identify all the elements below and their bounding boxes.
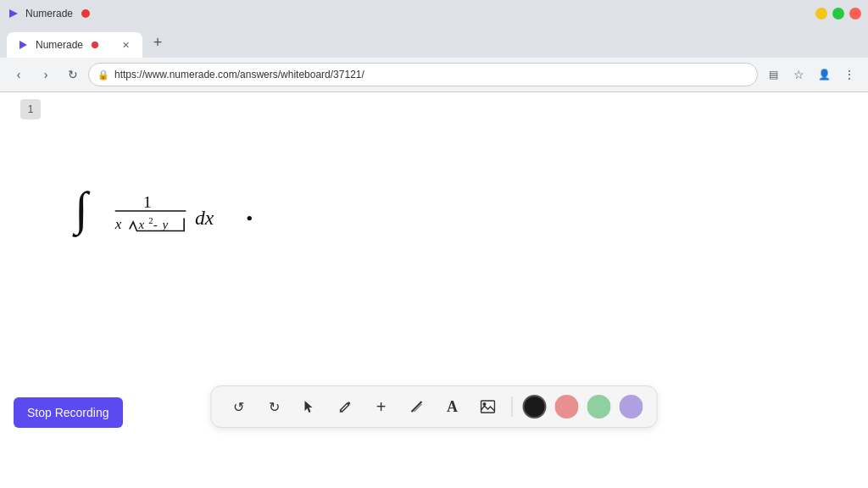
app-icon: [7, 7, 20, 20]
address-bar[interactable]: 🔒 https://www.numerade.com/answers/white…: [88, 63, 758, 86]
image-button[interactable]: [475, 393, 502, 420]
eraser-button[interactable]: [403, 393, 431, 420]
close-button[interactable]: [849, 8, 861, 19]
tab-bar: Numerade ✕ +: [0, 27, 868, 58]
svg-text:y: y: [160, 218, 168, 231]
main-content: 1 ∫ 1 x x 2 - y: [0, 92, 868, 488]
active-tab[interactable]: Numerade ✕: [7, 32, 142, 58]
eraser-icon: [410, 400, 424, 413]
cursor-tool-button[interactable]: [297, 393, 324, 420]
tab-close-button[interactable]: ✕: [119, 38, 132, 52]
recording-dot: [81, 9, 90, 18]
restore-button[interactable]: [832, 8, 844, 19]
svg-text:x: x: [114, 216, 122, 232]
math-formula: ∫ 1 x x 2 - y dx: [68, 160, 322, 264]
profile-button[interactable]: 👤: [812, 63, 836, 86]
cursor-icon: [303, 400, 317, 413]
image-icon: [481, 400, 496, 413]
svg-line-13: [412, 402, 422, 412]
undo-button[interactable]: ↺: [225, 393, 253, 420]
title-bar: Numerade: [0, 0, 868, 27]
tab-title-text: Numerade: [25, 8, 73, 19]
new-tab-button[interactable]: +: [146, 30, 170, 54]
color-pink-button[interactable]: [555, 395, 579, 419]
bookmark-button[interactable]: ☆: [787, 63, 810, 86]
formula-svg: ∫ 1 x x 2 - y dx: [68, 160, 322, 262]
svg-marker-1: [19, 41, 27, 49]
forward-button[interactable]: ›: [34, 63, 58, 86]
color-purple-button[interactable]: [620, 395, 643, 419]
minimize-button[interactable]: [815, 8, 827, 19]
pen-tool-button[interactable]: [332, 393, 359, 420]
text-tool-button[interactable]: A: [439, 393, 466, 420]
color-green-button[interactable]: [587, 395, 611, 419]
svg-point-11: [248, 216, 252, 220]
stop-recording-button[interactable]: Stop Recording: [14, 397, 123, 428]
extensions-button[interactable]: ▤: [761, 63, 785, 86]
browser-chrome: Numerade Numerade ✕ + ‹ › ↻: [0, 0, 868, 92]
redo-button[interactable]: ↻: [261, 393, 288, 420]
svg-text:-: -: [153, 218, 158, 231]
tab-favicon: [17, 38, 31, 52]
refresh-button[interactable]: ↻: [61, 63, 85, 86]
svg-text:1: 1: [143, 193, 152, 211]
whiteboard-canvas[interactable]: ∫ 1 x x 2 - y dx: [0, 92, 868, 488]
color-black-button[interactable]: [523, 395, 547, 419]
url-text: https://www.numerade.com/answers/whitebo…: [114, 69, 364, 80]
svg-text:∫: ∫: [72, 182, 91, 237]
svg-text:dx: dx: [195, 207, 214, 229]
nav-bar: ‹ › ↻ 🔒 https://www.numerade.com/answers…: [0, 58, 868, 92]
pen-icon: [339, 400, 353, 413]
back-button[interactable]: ‹: [7, 63, 31, 86]
toolbar: ↺ ↻ + A: [211, 385, 658, 428]
lock-icon: 🔒: [97, 69, 109, 80]
add-button[interactable]: +: [368, 393, 395, 420]
toolbar-divider: [512, 396, 513, 417]
svg-marker-0: [9, 9, 18, 18]
tab-label: Numerade: [36, 39, 83, 51]
nav-right-buttons: ▤ ☆ 👤 ⋮: [761, 63, 861, 86]
menu-button[interactable]: ⋮: [837, 63, 861, 86]
svg-text:x: x: [138, 218, 145, 231]
svg-marker-12: [305, 401, 313, 413]
tab-recording-indicator: [92, 42, 98, 48]
